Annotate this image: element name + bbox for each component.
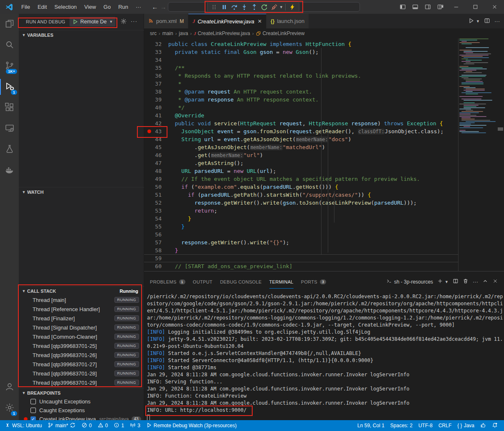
breadcrumb-item[interactable]: CreateLinkPreview bbox=[263, 30, 305, 36]
activity-item-explorer[interactable] bbox=[0, 14, 19, 35]
customize-layout-icon[interactable] bbox=[434, 0, 446, 14]
menu-overflow[interactable]: ··· bbox=[132, 4, 145, 10]
activity-item-extensions[interactable] bbox=[0, 97, 19, 118]
code-line[interactable]: 51 if (parsedURL.getPath().startsWith("/… bbox=[144, 191, 458, 199]
variables-section-header[interactable]: ▼ VARIABLES bbox=[19, 30, 144, 39]
restart-button[interactable] bbox=[259, 3, 269, 12]
kill-terminal-icon[interactable] bbox=[463, 278, 469, 285]
feedback-icon-item[interactable] bbox=[477, 420, 489, 431]
toggle-sidebar-icon[interactable] bbox=[396, 0, 409, 14]
line-number[interactable]: 38 bbox=[144, 88, 168, 96]
terminal-output[interactable]: /pierrick/.m2/repository/io/cloudevents/… bbox=[147, 293, 501, 421]
split-editor-icon[interactable] bbox=[484, 18, 490, 25]
pause-button[interactable] bbox=[219, 3, 229, 12]
code-line[interactable]: 39 * @param response An HTTP response co… bbox=[144, 96, 458, 104]
line-number[interactable]: 53 bbox=[144, 207, 168, 215]
breadcrumb-item[interactable]: main bbox=[162, 30, 173, 36]
thread-row[interactable]: Thread [Common-Cleaner]RUNNING bbox=[19, 332, 144, 341]
activity-item-search[interactable] bbox=[0, 35, 19, 56]
line-number[interactable]: 56 bbox=[144, 231, 168, 238]
step-into-button[interactable] bbox=[239, 3, 249, 12]
sync-icon[interactable] bbox=[70, 422, 76, 429]
status-eol[interactable]: CRLF bbox=[436, 420, 454, 431]
menu-run[interactable]: Run bbox=[114, 4, 132, 10]
code-line[interactable]: 46 .get(memberName:"url") bbox=[144, 151, 458, 159]
activity-item-docker[interactable] bbox=[0, 160, 19, 181]
line-number[interactable]: 57 bbox=[144, 238, 168, 246]
menu-go[interactable]: Go bbox=[100, 4, 114, 10]
line-number[interactable]: 49 bbox=[144, 175, 168, 183]
hot-code-replace-button[interactable] bbox=[287, 3, 297, 12]
run-dropdown-chevron-icon[interactable]: ▼ bbox=[476, 19, 480, 23]
activity-item-settings[interactable]: 1 bbox=[0, 398, 19, 418]
close-window-icon[interactable] bbox=[485, 0, 504, 14]
code-line[interactable]: 53 return; bbox=[144, 207, 458, 215]
breakpoint-dot-icon[interactable] bbox=[147, 129, 151, 133]
code-line[interactable]: 60 // [START add_ons_case_preview_link] bbox=[144, 262, 458, 270]
code-line[interactable]: 40 */ bbox=[144, 104, 458, 112]
breadcrumb-item[interactable]: src bbox=[150, 30, 157, 36]
line-number[interactable]: 55 bbox=[144, 223, 168, 231]
tab-pom-xml[interactable]: pom.xmlM bbox=[144, 14, 188, 28]
line-number[interactable]: 60 bbox=[144, 262, 168, 270]
line-number[interactable]: 43 bbox=[144, 127, 168, 135]
terminal-instance-selector[interactable]: sh - 3p-resources bbox=[386, 278, 433, 285]
code-line[interactable]: 58 } bbox=[144, 246, 458, 254]
thread-row[interactable]: Thread [Reference Handler]RUNNING bbox=[19, 304, 144, 314]
status-info[interactable]: 1 bbox=[111, 420, 127, 431]
line-number[interactable]: 36 bbox=[144, 72, 168, 80]
line-number[interactable]: 50 bbox=[144, 183, 168, 191]
code-line[interactable]: 41 @Override bbox=[144, 112, 458, 119]
menu-edit[interactable]: Edit bbox=[34, 4, 51, 10]
close-tab-icon[interactable]: ✕ bbox=[258, 18, 262, 24]
run-java-icon[interactable] bbox=[468, 18, 474, 25]
line-number[interactable]: 39 bbox=[144, 96, 168, 104]
status-ports[interactable]: 3 bbox=[127, 420, 143, 431]
line-number[interactable]: 35 bbox=[144, 64, 168, 72]
thread-row[interactable]: Thread [Signal Dispatcher]RUNNING bbox=[19, 323, 144, 332]
line-number[interactable]: 34 bbox=[144, 56, 168, 64]
editor-more-actions-icon[interactable]: ··· bbox=[494, 18, 500, 24]
disconnect-button[interactable] bbox=[269, 3, 279, 12]
menu-view[interactable]: View bbox=[81, 4, 100, 10]
tab-createlinkpreview-java[interactable]: JCreateLinkPreview.java✕ bbox=[188, 14, 266, 28]
line-number[interactable]: 40 bbox=[144, 104, 168, 112]
status-encoding[interactable]: UTF-8 bbox=[415, 420, 436, 431]
step-over-button[interactable] bbox=[229, 3, 239, 12]
code-line[interactable]: 52 response.getWriter().write(gson.toJso… bbox=[144, 199, 458, 207]
thread-row[interactable]: Thread [qtp399683701-25]RUNNING bbox=[19, 341, 144, 350]
thread-row[interactable]: Thread [qtp399683701-28]RUNNING bbox=[19, 369, 144, 378]
line-number[interactable]: 47 bbox=[144, 159, 168, 167]
start-debug-icon[interactable] bbox=[72, 19, 78, 25]
line-number[interactable]: 48 bbox=[144, 167, 168, 175]
thread-row[interactable]: Thread [main]RUNNING bbox=[19, 295, 144, 304]
thread-row[interactable]: Thread [qtp399683701-26]RUNNING bbox=[19, 350, 144, 360]
split-terminal-icon[interactable] bbox=[453, 278, 458, 285]
scrollbar-decoration[interactable] bbox=[498, 127, 503, 131]
tab-launch-json[interactable]: {}launch.json bbox=[266, 14, 309, 28]
code-line[interactable]: 48 URL parsedURL = new URL(url); bbox=[144, 167, 458, 175]
code-line[interactable]: 57 response.getWriter().write("{}"); bbox=[144, 238, 458, 246]
panel-more-actions-icon[interactable]: ··· bbox=[473, 279, 478, 285]
code-line[interactable]: 42 public void service(HttpRequest reque… bbox=[144, 119, 458, 127]
code-line[interactable]: 56 bbox=[144, 231, 458, 238]
status-branch[interactable]: main* bbox=[45, 420, 79, 431]
breakpoint-option-row[interactable]: Uncaught Exceptions bbox=[19, 397, 144, 406]
activity-item-remote-explorer[interactable] bbox=[0, 118, 19, 139]
checkbox[interactable] bbox=[30, 408, 36, 413]
breadcrumb[interactable]: src›main›java›JCreateLinkPreview.java›Cr… bbox=[144, 28, 504, 38]
code-line[interactable]: 34 bbox=[144, 56, 458, 64]
line-number[interactable]: 59 bbox=[144, 254, 168, 262]
chevron-down-icon[interactable]: ▼ bbox=[279, 5, 284, 9]
minimap[interactable] bbox=[459, 38, 497, 139]
close-panel-icon[interactable] bbox=[492, 278, 498, 285]
menu-file[interactable]: File bbox=[18, 4, 34, 10]
maximize-icon[interactable] bbox=[466, 0, 485, 14]
line-number[interactable]: 58 bbox=[144, 246, 168, 254]
line-number[interactable]: 46 bbox=[144, 151, 168, 159]
code-editor[interactable]: 32public class CreateLinkPreview impleme… bbox=[144, 40, 458, 270]
line-number[interactable]: 41 bbox=[144, 112, 168, 119]
panel-tab-problems[interactable]: PROBLEMS1 bbox=[150, 275, 185, 289]
panel-tab-debug-console[interactable]: DEBUG CONSOLE bbox=[220, 275, 262, 289]
code-line[interactable]: 54 } bbox=[144, 215, 458, 223]
